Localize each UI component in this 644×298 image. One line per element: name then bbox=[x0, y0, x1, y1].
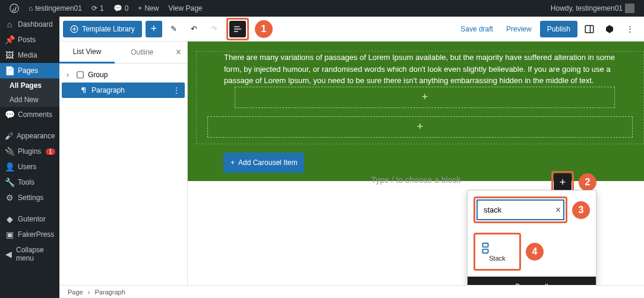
breadcrumb-page[interactable]: Page bbox=[68, 289, 83, 296]
plus-icon: + bbox=[138, 4, 142, 12]
dashboard-icon: ⌂ bbox=[5, 20, 14, 28]
block-search-input[interactable] bbox=[476, 199, 564, 220]
default-block-prompt[interactable]: Type / to choose a block bbox=[371, 175, 461, 185]
settings-toggle[interactable] bbox=[581, 21, 598, 37]
tree-item-group[interactable]: › Group bbox=[62, 67, 185, 83]
comments-bubble[interactable]: 💬 0 bbox=[109, 4, 134, 12]
document-overview-panel: List View Outline × › Group Paragraph ⋮ bbox=[59, 42, 188, 298]
plus-icon: + bbox=[150, 23, 157, 35]
clear-search[interactable]: × bbox=[555, 205, 561, 215]
template-library-label: Template Library bbox=[82, 25, 135, 33]
editor-canvas[interactable]: There are many variations of passages of… bbox=[188, 42, 644, 298]
close-icon: × bbox=[176, 47, 181, 57]
menu-dashboard[interactable]: ⌂Dashboard bbox=[0, 17, 59, 32]
brush-icon: 🖌 bbox=[5, 132, 13, 140]
add-carousel-label: Add Carousel Item bbox=[238, 157, 297, 168]
annotation-2: 2 bbox=[579, 173, 596, 191]
redo-icon: ↷ bbox=[211, 24, 217, 33]
block-tree: › Group Paragraph ⋮ bbox=[59, 64, 187, 102]
menu-label: Comments bbox=[18, 110, 52, 119]
block-result-stack[interactable]: Stack bbox=[476, 236, 518, 268]
howdy-label: Howdy, testingemen01 bbox=[551, 4, 623, 12]
menu-media[interactable]: 🖼Media bbox=[0, 47, 59, 63]
publish-button[interactable]: Publish bbox=[540, 21, 577, 37]
submenu-all-pages[interactable]: All Pages bbox=[0, 78, 59, 93]
tools-button[interactable]: ✎ bbox=[166, 21, 182, 37]
refresh-icon: ⟳ bbox=[91, 4, 97, 12]
new-label: New bbox=[144, 4, 159, 12]
menu-label: Settings bbox=[18, 194, 43, 202]
inline-inserter-button[interactable]: + bbox=[554, 174, 571, 191]
pin-icon: 📌 bbox=[5, 36, 14, 44]
faker-icon: ▣ bbox=[5, 230, 14, 239]
gutentor-icon: ◆ bbox=[5, 215, 14, 223]
tree-item-options[interactable]: ⋮ bbox=[173, 86, 180, 94]
menu-gutentor[interactable]: ◆Gutentor bbox=[0, 211, 59, 227]
menu-plugins[interactable]: 🔌Plugins1 bbox=[0, 144, 59, 159]
user-icon: 👤 bbox=[5, 163, 14, 171]
lorem-paragraph[interactable]: There are many variations of passages of… bbox=[224, 52, 626, 87]
tab-list-view[interactable]: List View bbox=[59, 42, 115, 64]
paragraph-icon bbox=[80, 86, 88, 94]
menu-label: Users bbox=[18, 163, 36, 171]
hex-icon bbox=[604, 24, 615, 34]
menu-label: Posts bbox=[18, 36, 36, 44]
wp-admin-menu: ⌂Dashboard 📌Posts 🖼Media 📄Pages All Page… bbox=[0, 17, 59, 298]
menu-appearance[interactable]: 🖌Appearance bbox=[0, 128, 59, 144]
menu-pages[interactable]: 📄Pages bbox=[0, 63, 59, 78]
menu-fakerpress[interactable]: ▣FakerPress bbox=[0, 227, 59, 242]
options-menu[interactable]: ⋮ bbox=[621, 21, 638, 37]
view-page-label: View Page bbox=[168, 4, 202, 12]
svg-rect-3 bbox=[234, 28, 241, 29]
carousel-block[interactable]: There are many variations of passages of… bbox=[188, 42, 644, 181]
save-draft-button[interactable]: Save draft bbox=[456, 23, 498, 36]
chevron-right-icon[interactable]: › bbox=[67, 71, 72, 79]
panel-close[interactable]: × bbox=[170, 47, 187, 58]
wp-logo[interactable] bbox=[5, 4, 24, 13]
menu-users[interactable]: 👤Users bbox=[0, 159, 59, 175]
wordpress-icon bbox=[10, 4, 19, 13]
gutentor-settings[interactable] bbox=[601, 21, 618, 37]
panel-tabs: List View Outline × bbox=[59, 42, 187, 64]
updates[interactable]: ⟳ 1 bbox=[87, 4, 109, 12]
menu-pages-sub: All Pages Add New bbox=[0, 78, 59, 107]
redo-button[interactable]: ↷ bbox=[206, 21, 223, 37]
callout-3-box: × bbox=[473, 196, 567, 223]
submenu-add-new[interactable]: Add New bbox=[0, 93, 59, 107]
svg-rect-8 bbox=[77, 72, 84, 78]
inserter-toggle[interactable]: + bbox=[146, 21, 162, 37]
new-content[interactable]: + New bbox=[133, 4, 163, 12]
breadcrumb-paragraph[interactable]: Paragraph bbox=[94, 289, 125, 296]
group-icon bbox=[76, 71, 84, 79]
callout-4-box: Stack bbox=[473, 233, 521, 271]
undo-button[interactable]: ↶ bbox=[186, 21, 203, 37]
menu-comments[interactable]: 💬Comments bbox=[0, 107, 59, 122]
sidebar-icon bbox=[584, 24, 595, 34]
view-page[interactable]: View Page bbox=[163, 4, 207, 12]
site-name-label: testingemen01 bbox=[35, 4, 82, 12]
block-appender-outer[interactable]: + bbox=[207, 116, 633, 138]
avatar bbox=[625, 4, 634, 13]
preview-button[interactable]: Preview bbox=[501, 23, 536, 36]
menu-tools[interactable]: 🔧Tools bbox=[0, 175, 59, 190]
menu-label: Dashboard bbox=[18, 20, 53, 28]
annotation-1: 1 bbox=[255, 20, 273, 38]
annotation-3: 3 bbox=[572, 201, 590, 219]
add-carousel-item-button[interactable]: + Add Carousel Item bbox=[223, 153, 304, 173]
document-overview-button[interactable] bbox=[229, 21, 246, 37]
menu-posts[interactable]: 📌Posts bbox=[0, 32, 59, 47]
callout-1-box bbox=[226, 18, 249, 40]
template-library-button[interactable]: Template Library bbox=[63, 21, 142, 37]
tab-outline[interactable]: Outline bbox=[115, 42, 170, 62]
comments-count: 0 bbox=[125, 4, 129, 12]
menu-collapse[interactable]: ◀Collapse menu bbox=[0, 242, 59, 266]
block-breadcrumb: Page › Paragraph bbox=[59, 285, 644, 298]
tree-item-paragraph[interactable]: Paragraph ⋮ bbox=[62, 83, 185, 98]
site-name[interactable]: ⌂ testingemen01 bbox=[24, 4, 87, 12]
home-icon: ⌂ bbox=[29, 4, 33, 12]
menu-settings[interactable]: ⚙Settings bbox=[0, 190, 59, 205]
howdy[interactable]: Howdy, testingemen01 bbox=[546, 4, 639, 13]
media-icon: 🖼 bbox=[5, 51, 14, 59]
menu-label: Collapse menu bbox=[16, 246, 55, 262]
block-appender-inner[interactable]: + bbox=[235, 87, 615, 108]
